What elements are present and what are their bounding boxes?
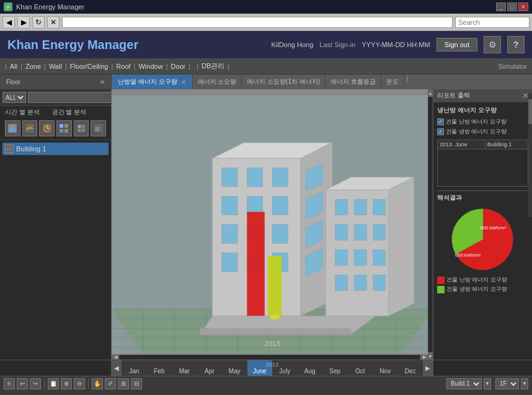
tab-heating-energy[interactable]: 난방열 에너지 오구량 ✕	[112, 74, 193, 89]
timeline-right-arrow[interactable]: ▶	[423, 360, 433, 376]
svg-rect-47	[272, 196, 288, 215]
cooling-label: 건물 냉방 에너지 요구량	[446, 128, 507, 136]
tab-floor[interactable]: Floor ✕	[0, 74, 112, 89]
tab-floor-close[interactable]: ✕	[100, 79, 105, 86]
sub-tab-energy-grade[interactable]: 에너지 흐름등급	[326, 74, 381, 89]
svg-rect-66	[373, 224, 386, 240]
left-panel: ALL 🔍 ▼ 시간 별 분석 공간 별 분석	[0, 89, 112, 360]
month-feb[interactable]: Feb	[147, 360, 172, 376]
bt-edit-button[interactable]: ✐	[105, 378, 116, 389]
month-apr[interactable]: Apr	[197, 360, 223, 376]
timeline-left-arrow[interactable]: ◀	[112, 360, 122, 376]
bt-zoom-out-button[interactable]: ⊖	[74, 378, 85, 389]
close-button[interactable]: ✕	[518, 2, 528, 11]
sub-tab-temperature[interactable]: 온도	[381, 74, 404, 89]
search-bar[interactable]	[455, 17, 530, 28]
nav-item-db[interactable]: DB관리	[198, 61, 228, 71]
nav-separator-7: |	[188, 63, 190, 70]
minimize-button[interactable]: _	[496, 2, 506, 11]
tree-area: □ Building 1	[0, 140, 111, 360]
month-aug[interactable]: Aug	[298, 360, 323, 376]
nav-item-floor[interactable]: Floor/Ceiling	[67, 63, 112, 70]
pie-legend: 건물 난방 에너지 요구량 건물 냉방 에너지 요구량	[437, 276, 528, 293]
month-nov[interactable]: Nov	[373, 360, 398, 376]
navigation-bar: | All | Zone | Wall | Floor/Ceiling | Ro…	[0, 58, 532, 74]
icon-time1[interactable]	[5, 120, 20, 136]
floor-dropdown-arrow[interactable]: ▼	[521, 378, 528, 389]
sign-out-button[interactable]: Sign out	[437, 38, 477, 51]
month-june[interactable]: June	[247, 360, 273, 376]
right-panel: 리포트 출력 ✕ 냉난방 에너지 오구량 ✓ 건물 난방 에너지 요구량 ✓ 건…	[433, 89, 532, 360]
icon-space2[interactable]	[74, 120, 89, 136]
settings-button[interactable]: ⚙	[484, 36, 501, 53]
nav-item-window[interactable]: Window	[135, 63, 166, 70]
tab-heating-close[interactable]: ✕	[181, 79, 186, 86]
stop-button[interactable]: ✕	[47, 16, 60, 29]
nav-item-zone[interactable]: Zone	[22, 63, 44, 70]
bt-zoom-in-button[interactable]: ⊕	[61, 378, 72, 389]
nav-item-wall[interactable]: Wall	[46, 63, 65, 70]
browser-toolbar: ◀ ▶ ↻ ✕	[0, 14, 532, 31]
month-july[interactable]: July	[272, 360, 298, 376]
checkbox-cooling[interactable]: ✓	[437, 128, 444, 135]
scroll-down-button[interactable]: ▼	[428, 352, 433, 360]
search-input[interactable]	[28, 92, 113, 103]
nav-item-all[interactable]: All	[7, 63, 20, 70]
month-dec[interactable]: Dec	[398, 360, 423, 376]
svg-marker-38	[200, 329, 351, 335]
icon-space3[interactable]: ⊞	[91, 120, 106, 136]
3d-viewport[interactable]: 2013 ▲ ▼ ◀ ▶	[112, 89, 433, 360]
svg-rect-65	[354, 224, 366, 240]
bt-redo-button[interactable]: ↪	[30, 378, 41, 389]
help-button[interactable]: ?	[507, 36, 525, 53]
app-title: Khan Energy Manager	[7, 38, 271, 52]
right-panel-close[interactable]: ✕	[523, 92, 528, 100]
bt-minus-button[interactable]: ⊟	[131, 378, 142, 389]
rp-scroll-thumb[interactable]	[528, 99, 532, 124]
forward-button[interactable]: ▶	[17, 16, 30, 29]
svg-point-75	[270, 314, 280, 319]
month-oct[interactable]: Oct	[348, 360, 373, 376]
scroll-right-button[interactable]: ▶	[420, 355, 428, 360]
svg-rect-48	[222, 224, 237, 243]
build-dropdown-arrow[interactable]: ▼	[484, 378, 491, 389]
bt-undo-button[interactable]: ↩	[17, 378, 28, 389]
tab-bar: Floor ✕ 난방열 에너지 오구량 ✕ 에너지 소요량 에너지 소요량(1차…	[0, 74, 532, 89]
floor-select[interactable]: 1F	[495, 378, 519, 389]
maximize-button[interactable]: □	[507, 2, 517, 11]
refresh-button[interactable]: ↻	[32, 16, 45, 29]
tree-item-building1[interactable]: □ Building 1	[2, 143, 109, 155]
checkbox-heating[interactable]: ✓	[437, 118, 444, 125]
nav-item-roof[interactable]: Roof	[113, 63, 133, 70]
build-select[interactable]: Build.1	[446, 378, 482, 389]
icon-space1[interactable]	[56, 120, 72, 136]
svg-rect-11	[64, 124, 68, 128]
svg-rect-17	[78, 129, 81, 131]
scroll-left-button[interactable]: ◀	[112, 355, 119, 360]
heating-label: 건물 난방 에너지 요구량	[446, 118, 507, 126]
svg-rect-68	[354, 250, 366, 265]
sub-tab-primary-energy[interactable]: 에너지 소요량(1차 에너지)	[242, 74, 326, 89]
bt-grid-button[interactable]: ⊞	[118, 378, 129, 389]
back-button[interactable]: ◀	[2, 16, 15, 29]
svg-rect-42	[222, 168, 237, 187]
filter-select[interactable]: ALL	[2, 92, 26, 103]
sub-tab-energy-consumption[interactable]: 에너지 소요량	[193, 74, 242, 89]
month-sep[interactable]: Sep	[322, 360, 348, 376]
analysis-result-title: 해석결과	[437, 193, 528, 202]
month-mar[interactable]: Mar	[172, 360, 197, 376]
icon-time2[interactable]	[22, 120, 38, 136]
icon-time3[interactable]	[39, 120, 55, 136]
bt-menu-button[interactable]: ≡	[4, 378, 15, 389]
month-jan[interactable]: Jan	[122, 360, 147, 376]
scroll-up-button[interactable]: ▲	[428, 89, 433, 97]
nav-item-door[interactable]: Door	[167, 63, 188, 70]
url-bar[interactable]	[62, 17, 453, 28]
svg-text:000 kWh/m²: 000 kWh/m²	[455, 252, 481, 258]
month-may[interactable]: May	[222, 360, 247, 376]
svg-rect-43	[247, 168, 262, 187]
bt-hand-button[interactable]: ✋	[92, 378, 103, 389]
cooling-heating-title: 냉난방 에너지 오구량	[437, 106, 528, 115]
bt-copy-button[interactable]: 📋	[48, 378, 59, 389]
svg-rect-67	[335, 250, 348, 265]
